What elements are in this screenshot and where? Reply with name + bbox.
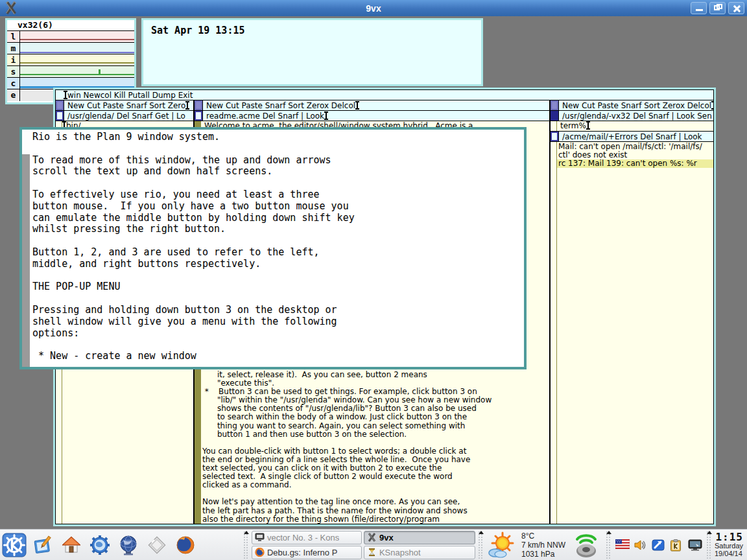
window-dirty-box[interactable] xyxy=(551,132,559,141)
system-tray xyxy=(615,539,702,551)
column-layout-box[interactable] xyxy=(56,100,64,110)
applet-handle[interactable] xyxy=(478,531,484,559)
window-titlebar: 9vx xyxy=(0,0,747,16)
konqueror-launcher[interactable] xyxy=(87,532,113,558)
x11-logo-icon xyxy=(4,1,17,14)
weather-temperature: 8°C xyxy=(521,531,565,541)
applet-handle[interactable] xyxy=(706,531,712,559)
klipper-tool-icon[interactable] xyxy=(652,539,666,551)
web-globe-launcher[interactable] xyxy=(115,532,141,558)
taskbutton-ksnapshot[interactable]: KSnapshot xyxy=(364,546,475,559)
speaker-applet[interactable] xyxy=(571,531,602,559)
text-cursor xyxy=(65,91,66,99)
konsole-icon xyxy=(255,533,265,542)
window-title: 9vx xyxy=(0,3,747,14)
kde-menu-button[interactable] xyxy=(1,532,27,558)
stats-row-mem: m xyxy=(7,43,134,54)
weather-applet[interactable]: 8°C 7 km/h NNW 1031 hPa xyxy=(488,531,565,559)
vx32-title: vx32(6) xyxy=(7,20,134,31)
firefox-icon xyxy=(174,534,196,556)
applet-handle[interactable] xyxy=(243,531,249,559)
rio-help-text[interactable]: Rio is the Plan 9 window system. To read… xyxy=(32,132,523,367)
acme-window-tag-mail-errors[interactable]: /acme/mail/+Errors Del Snarf | Look xyxy=(551,132,713,142)
desktop-pager-launcher[interactable] xyxy=(144,532,170,558)
acme-window-tag-readme[interactable]: readme.acme Del Snarf | Look xyxy=(195,111,549,121)
diamond-icon xyxy=(146,534,168,556)
taskbutton-konsole[interactable]: vector No. 3 - Kons xyxy=(252,531,362,544)
taskbutton-firefox[interactable]: Debu.gs: Inferno P xyxy=(252,546,362,559)
volume-icon[interactable] xyxy=(634,539,648,551)
note-editor-launcher[interactable] xyxy=(30,532,56,558)
kde-menu-icon xyxy=(2,533,27,557)
acme-scrollbar[interactable] xyxy=(551,142,557,524)
close-button[interactable] xyxy=(728,2,744,14)
readme-visible-text: it, select, release it). As you can see,… xyxy=(202,371,548,524)
stats-row-syscall: s xyxy=(7,66,134,78)
konqueror-icon xyxy=(89,534,111,556)
intr-graph xyxy=(20,54,134,65)
applet-handle[interactable] xyxy=(606,531,611,559)
text-cursor xyxy=(187,102,188,109)
window-dirty-box[interactable] xyxy=(56,111,64,121)
column-layout-box[interactable] xyxy=(195,100,203,110)
clipboard-icon[interactable] xyxy=(670,539,684,551)
home-icon xyxy=(60,534,82,556)
date-text: Sat Apr 19 13:15 xyxy=(143,20,481,36)
window-dirty-box[interactable] xyxy=(195,111,203,121)
keyboard-layout-flag-icon[interactable] xyxy=(615,539,630,551)
acme-body-shell[interactable]: term% xyxy=(551,121,713,132)
acme-column2-tag[interactable]: New Cut Paste Snarf Sort Zerox Delcol xyxy=(195,100,549,111)
text-cursor xyxy=(326,112,327,119)
task-list: vector No. 3 - Kons 9vx Debu.gs: Inferno… xyxy=(252,531,475,559)
weather-pressure: 1031 hPa xyxy=(521,550,565,559)
acme-column3-tag[interactable]: New Cut Paste Snarf Sort Zerox Delcol xyxy=(551,100,713,111)
load-graph xyxy=(20,31,134,42)
firefox-launcher[interactable] xyxy=(172,532,198,558)
acme-column1-tag[interactable]: New Cut Paste Snarf Sort Zero xyxy=(56,100,193,111)
clock-applet[interactable]: 1:15 Saturday 19/04/14 xyxy=(715,532,743,557)
home-folder-launcher[interactable] xyxy=(58,532,84,558)
weather-sun-cloud-icon xyxy=(488,531,517,559)
selected-error-line: rc 137: Mail 139: can't open %s: %r xyxy=(551,159,713,168)
stats-row-load: l xyxy=(7,31,134,43)
globe-icon xyxy=(117,534,139,556)
weather-wind: 7 km/h NNW xyxy=(521,541,565,550)
x11-icon xyxy=(367,533,377,542)
minimize-icon xyxy=(696,9,703,11)
text-cursor xyxy=(357,102,358,109)
acme-main-tag[interactable]: win Newcol Kill Putall Dump Exit xyxy=(56,90,713,100)
acme-window-tag-usr-glenda[interactable]: /usr/glenda/ Del Snarf Get | Lo xyxy=(56,111,193,121)
acme-scrollbar[interactable] xyxy=(551,121,557,131)
rio-scrollbar[interactable] xyxy=(22,130,30,367)
acme-column-3: New Cut Paste Snarf Sort Zerox Delcol /u… xyxy=(549,100,713,524)
mem-graph xyxy=(20,43,134,54)
note-editor-icon xyxy=(32,534,54,556)
taskbutton-9vx[interactable]: 9vx xyxy=(364,531,475,544)
syscall-graph xyxy=(20,66,134,77)
screen: 9vx vx32(6) l m i s xyxy=(0,0,747,560)
ksnapshot-icon xyxy=(367,548,377,557)
clock-day: Saturday xyxy=(715,542,743,550)
minimize-button[interactable] xyxy=(691,2,707,14)
date-window[interactable]: Sat Apr 19 13:15 xyxy=(141,18,483,86)
rio-desktop[interactable]: vx32(6) l m i s c e xyxy=(0,16,747,560)
acme-body-mail-errors[interactable]: Mail: can't open /mail/fs/ctl: '/mail/fs… xyxy=(551,142,713,524)
stats-row-intr: i xyxy=(7,54,134,66)
display-settings-icon[interactable] xyxy=(688,539,702,551)
rio-help-window[interactable]: Rio is the Plan 9 window system. To read… xyxy=(19,127,527,369)
acme-window-tag-vx32-shell[interactable]: /usr/glenda/-vx32 Del Snarf | Look Sen xyxy=(551,111,713,121)
firefox-icon xyxy=(255,548,265,557)
clock-time: 1:15 xyxy=(715,532,743,542)
kde-panel: vector No. 3 - Kons 9vx Debu.gs: Inferno… xyxy=(0,529,747,560)
maximize-button[interactable] xyxy=(709,2,726,14)
window-dirty-box[interactable] xyxy=(551,111,559,121)
column-layout-box[interactable] xyxy=(551,100,559,110)
rio-scrollbar-thumb[interactable] xyxy=(22,130,30,154)
speaker-waves-icon xyxy=(571,531,602,559)
mail-error-text: Mail: can't open /mail/fs/ctl: '/mail/fs… xyxy=(551,142,713,159)
text-cursor xyxy=(587,122,589,129)
clock-date: 19/04/14 xyxy=(715,550,743,557)
